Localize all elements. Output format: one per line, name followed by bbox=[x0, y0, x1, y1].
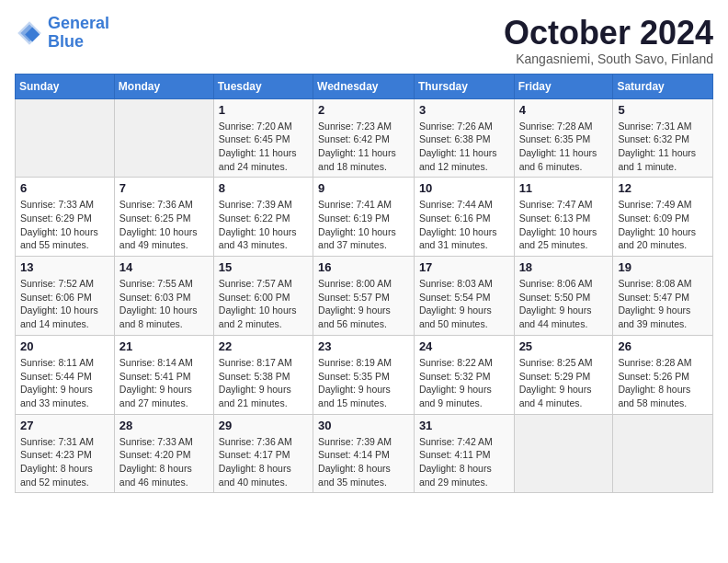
day-number: 26 bbox=[618, 339, 708, 353]
day-number: 10 bbox=[419, 181, 509, 195]
day-info: Sunrise: 7:26 AM Sunset: 6:38 PM Dayligh… bbox=[419, 120, 509, 174]
calendar-cell: 8Sunrise: 7:39 AM Sunset: 6:22 PM Daylig… bbox=[213, 178, 313, 257]
calendar-cell: 16Sunrise: 8:00 AM Sunset: 5:57 PM Dayli… bbox=[313, 257, 415, 336]
day-number: 24 bbox=[419, 339, 509, 353]
day-info: Sunrise: 7:47 AM Sunset: 6:13 PM Dayligh… bbox=[519, 198, 609, 252]
logo-line2: Blue bbox=[48, 32, 84, 51]
calendar-cell: 7Sunrise: 7:36 AM Sunset: 6:25 PM Daylig… bbox=[114, 178, 213, 257]
day-number: 9 bbox=[318, 181, 409, 195]
day-info: Sunrise: 7:42 AM Sunset: 4:11 PM Dayligh… bbox=[419, 435, 509, 489]
day-info: Sunrise: 8:06 AM Sunset: 5:50 PM Dayligh… bbox=[519, 277, 609, 331]
day-info: Sunrise: 7:28 AM Sunset: 6:35 PM Dayligh… bbox=[519, 120, 609, 174]
title-area: October 2024 Kangasniemi, South Savo, Fi… bbox=[504, 15, 713, 66]
calendar-cell: 5Sunrise: 7:31 AM Sunset: 6:32 PM Daylig… bbox=[613, 98, 713, 178]
calendar-cell: 13Sunrise: 7:52 AM Sunset: 6:06 PM Dayli… bbox=[16, 257, 115, 336]
calendar-cell: 26Sunrise: 8:28 AM Sunset: 5:26 PM Dayli… bbox=[613, 335, 713, 414]
day-info: Sunrise: 8:25 AM Sunset: 5:29 PM Dayligh… bbox=[519, 356, 609, 410]
calendar-cell bbox=[16, 98, 115, 178]
calendar-week-1: 1Sunrise: 7:20 AM Sunset: 6:45 PM Daylig… bbox=[16, 98, 713, 178]
logo: General Blue bbox=[15, 15, 109, 52]
day-number: 27 bbox=[20, 419, 109, 432]
day-info: Sunrise: 7:55 AM Sunset: 6:03 PM Dayligh… bbox=[119, 277, 209, 331]
day-number: 14 bbox=[119, 260, 209, 274]
day-number: 19 bbox=[618, 260, 708, 274]
calendar-cell: 30Sunrise: 7:39 AM Sunset: 4:14 PM Dayli… bbox=[313, 414, 415, 493]
day-number: 1 bbox=[219, 103, 308, 117]
calendar-cell: 18Sunrise: 8:06 AM Sunset: 5:50 PM Dayli… bbox=[514, 257, 613, 336]
day-number: 3 bbox=[419, 103, 509, 117]
calendar-cell: 4Sunrise: 7:28 AM Sunset: 6:35 PM Daylig… bbox=[514, 98, 613, 178]
logo-icon bbox=[15, 18, 44, 48]
header-wednesday: Wednesday bbox=[313, 74, 415, 98]
calendar-cell: 1Sunrise: 7:20 AM Sunset: 6:45 PM Daylig… bbox=[213, 98, 313, 178]
calendar-cell: 27Sunrise: 7:31 AM Sunset: 4:23 PM Dayli… bbox=[16, 414, 115, 493]
day-number: 18 bbox=[519, 260, 609, 274]
calendar-cell: 14Sunrise: 7:55 AM Sunset: 6:03 PM Dayli… bbox=[114, 257, 213, 336]
calendar-body: 1Sunrise: 7:20 AM Sunset: 6:45 PM Daylig… bbox=[16, 98, 713, 493]
day-info: Sunrise: 7:31 AM Sunset: 6:32 PM Dayligh… bbox=[618, 120, 708, 174]
day-number: 28 bbox=[119, 419, 209, 432]
calendar-cell: 15Sunrise: 7:57 AM Sunset: 6:00 PM Dayli… bbox=[213, 257, 313, 336]
calendar-cell: 12Sunrise: 7:49 AM Sunset: 6:09 PM Dayli… bbox=[613, 178, 713, 257]
day-info: Sunrise: 8:17 AM Sunset: 5:38 PM Dayligh… bbox=[219, 356, 308, 410]
calendar-week-4: 20Sunrise: 8:11 AM Sunset: 5:44 PM Dayli… bbox=[16, 335, 713, 414]
logo-line1: General bbox=[48, 14, 109, 32]
day-info: Sunrise: 7:20 AM Sunset: 6:45 PM Dayligh… bbox=[219, 120, 308, 174]
calendar-week-5: 27Sunrise: 7:31 AM Sunset: 4:23 PM Dayli… bbox=[16, 414, 713, 493]
day-number: 4 bbox=[519, 103, 609, 117]
day-info: Sunrise: 8:14 AM Sunset: 5:41 PM Dayligh… bbox=[119, 356, 209, 410]
day-info: Sunrise: 7:39 AM Sunset: 4:14 PM Dayligh… bbox=[318, 435, 409, 489]
day-number: 25 bbox=[519, 339, 609, 353]
page-header: General Blue October 2024 Kangasniemi, S… bbox=[15, 15, 713, 66]
day-number: 15 bbox=[219, 260, 308, 274]
day-info: Sunrise: 8:28 AM Sunset: 5:26 PM Dayligh… bbox=[618, 356, 708, 410]
day-info: Sunrise: 7:52 AM Sunset: 6:06 PM Dayligh… bbox=[20, 277, 109, 331]
day-number: 11 bbox=[519, 181, 609, 195]
day-number: 29 bbox=[219, 419, 308, 432]
day-number: 12 bbox=[618, 181, 708, 195]
day-info: Sunrise: 7:23 AM Sunset: 6:42 PM Dayligh… bbox=[318, 120, 409, 174]
calendar-cell: 19Sunrise: 8:08 AM Sunset: 5:47 PM Dayli… bbox=[613, 257, 713, 336]
day-info: Sunrise: 7:33 AM Sunset: 4:20 PM Dayligh… bbox=[119, 435, 209, 489]
day-info: Sunrise: 7:33 AM Sunset: 6:29 PM Dayligh… bbox=[20, 198, 109, 252]
day-number: 16 bbox=[318, 260, 409, 274]
day-info: Sunrise: 8:19 AM Sunset: 5:35 PM Dayligh… bbox=[318, 356, 409, 410]
calendar-cell: 23Sunrise: 8:19 AM Sunset: 5:35 PM Dayli… bbox=[313, 335, 415, 414]
header-friday: Friday bbox=[514, 74, 613, 98]
calendar-cell bbox=[613, 414, 713, 493]
calendar-cell: 9Sunrise: 7:41 AM Sunset: 6:19 PM Daylig… bbox=[313, 178, 415, 257]
day-info: Sunrise: 7:31 AM Sunset: 4:23 PM Dayligh… bbox=[20, 435, 109, 489]
calendar-header: Sunday Monday Tuesday Wednesday Thursday… bbox=[16, 74, 713, 98]
calendar-table: Sunday Monday Tuesday Wednesday Thursday… bbox=[15, 74, 713, 494]
calendar-cell: 10Sunrise: 7:44 AM Sunset: 6:16 PM Dayli… bbox=[414, 178, 514, 257]
day-info: Sunrise: 7:44 AM Sunset: 6:16 PM Dayligh… bbox=[419, 198, 509, 252]
day-number: 22 bbox=[219, 339, 308, 353]
day-number: 23 bbox=[318, 339, 409, 353]
calendar-cell: 6Sunrise: 7:33 AM Sunset: 6:29 PM Daylig… bbox=[16, 178, 115, 257]
calendar-cell: 2Sunrise: 7:23 AM Sunset: 6:42 PM Daylig… bbox=[313, 98, 415, 178]
calendar-cell: 21Sunrise: 8:14 AM Sunset: 5:41 PM Dayli… bbox=[114, 335, 213, 414]
calendar-cell: 28Sunrise: 7:33 AM Sunset: 4:20 PM Dayli… bbox=[114, 414, 213, 493]
day-number: 8 bbox=[219, 181, 308, 195]
day-info: Sunrise: 7:39 AM Sunset: 6:22 PM Dayligh… bbox=[219, 198, 308, 252]
header-row: Sunday Monday Tuesday Wednesday Thursday… bbox=[16, 74, 713, 98]
calendar-cell bbox=[114, 98, 213, 178]
day-info: Sunrise: 8:22 AM Sunset: 5:32 PM Dayligh… bbox=[419, 356, 509, 410]
day-info: Sunrise: 7:36 AM Sunset: 6:25 PM Dayligh… bbox=[119, 198, 209, 252]
day-number: 13 bbox=[20, 260, 109, 274]
day-info: Sunrise: 7:41 AM Sunset: 6:19 PM Dayligh… bbox=[318, 198, 409, 252]
header-monday: Monday bbox=[114, 74, 213, 98]
header-thursday: Thursday bbox=[414, 74, 514, 98]
day-number: 30 bbox=[318, 419, 409, 432]
logo-text: General Blue bbox=[48, 15, 109, 52]
calendar-cell: 25Sunrise: 8:25 AM Sunset: 5:29 PM Dayli… bbox=[514, 335, 613, 414]
day-number: 21 bbox=[119, 339, 209, 353]
header-saturday: Saturday bbox=[613, 74, 713, 98]
calendar-cell bbox=[514, 414, 613, 493]
calendar-cell: 20Sunrise: 8:11 AM Sunset: 5:44 PM Dayli… bbox=[16, 335, 115, 414]
day-info: Sunrise: 7:49 AM Sunset: 6:09 PM Dayligh… bbox=[618, 198, 708, 252]
day-info: Sunrise: 8:08 AM Sunset: 5:47 PM Dayligh… bbox=[618, 277, 708, 331]
month-title: October 2024 bbox=[504, 15, 713, 52]
calendar-cell: 29Sunrise: 7:36 AM Sunset: 4:17 PM Dayli… bbox=[213, 414, 313, 493]
day-number: 2 bbox=[318, 103, 409, 117]
